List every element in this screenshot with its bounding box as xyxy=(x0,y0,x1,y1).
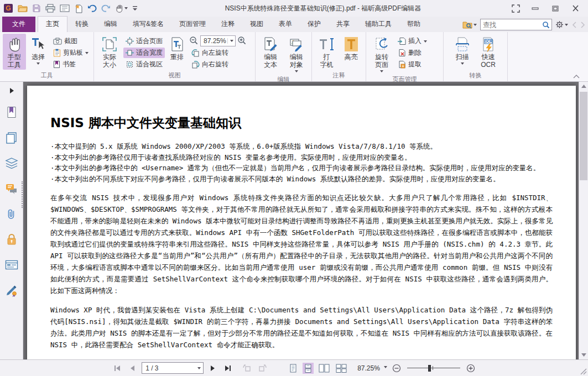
resize-grip[interactable] xyxy=(580,368,587,375)
scrollbar-thumb[interactable] xyxy=(580,92,587,180)
bookmarks-panel-icon[interactable] xyxy=(3,104,20,121)
hand-tool-dropdown-caret[interactable] xyxy=(124,7,128,11)
tab-file[interactable]: 文件 xyxy=(2,17,35,32)
extract-pages-button[interactable]: 提取 xyxy=(396,59,429,70)
signature-panel-icon[interactable] xyxy=(3,282,20,299)
page-number-caret[interactable] xyxy=(197,367,201,371)
redo-icon[interactable] xyxy=(101,4,111,13)
next-view-icon[interactable] xyxy=(257,363,268,374)
tab-organize[interactable]: 页面管理 xyxy=(171,17,214,32)
save-icon[interactable] xyxy=(32,4,41,13)
zoom-combo-caret[interactable] xyxy=(230,40,233,44)
search-icon[interactable] xyxy=(540,21,551,29)
tab-view[interactable]: 视图 xyxy=(242,17,271,32)
tab-accessibility[interactable]: 辅助工具 xyxy=(357,17,399,32)
customize-qat-icon[interactable] xyxy=(132,5,138,12)
scrollbar-track[interactable] xyxy=(579,91,588,351)
undo-icon[interactable] xyxy=(87,4,97,13)
panel-splitter-handle[interactable] xyxy=(22,181,23,208)
collapse-ribbon-icon[interactable] xyxy=(573,74,580,79)
app-logo-icon[interactable]: G xyxy=(3,3,13,13)
fit-visible-button[interactable]: 适合视区 xyxy=(123,59,165,70)
rotate-right-button[interactable]: 向右旋转 xyxy=(189,59,247,70)
doc-title: NSIS 脚本中文件夹变量基础知识 xyxy=(50,114,553,132)
tab-home[interactable]: 主页 xyxy=(38,16,67,32)
edit-object-button[interactable]: 编辑 对象 xyxy=(284,34,309,75)
vertical-scrollbar[interactable] xyxy=(579,82,588,359)
scroll-down-icon[interactable] xyxy=(579,351,588,359)
fit-page-button[interactable]: 适合页面 xyxy=(123,36,165,46)
zoom-slider-track[interactable] xyxy=(407,368,460,368)
insert-pages-caret xyxy=(424,40,427,44)
facing-view-icon[interactable] xyxy=(318,363,331,374)
tab-comment[interactable]: 注释 xyxy=(214,17,242,32)
fields-panel-icon[interactable] xyxy=(3,257,20,273)
search-folder-icon[interactable] xyxy=(462,20,477,29)
tab-fill-sign[interactable]: 填写&签名 xyxy=(125,17,171,32)
status-zoom-caret[interactable] xyxy=(384,366,387,370)
fit-width-button[interactable]: 适合宽度 xyxy=(123,48,165,58)
select-button[interactable]: 选择 xyxy=(27,34,50,67)
search-input[interactable] xyxy=(481,21,540,29)
open-file-icon[interactable] xyxy=(18,4,28,13)
tab-form[interactable]: 表单 xyxy=(271,17,300,32)
rotate-left-button[interactable]: 向左旋转 xyxy=(189,48,247,58)
status-zoom-in-icon[interactable] xyxy=(465,363,476,374)
close-icon[interactable] xyxy=(568,3,582,14)
settings-caret[interactable] xyxy=(565,24,568,28)
email-icon[interactable] xyxy=(60,4,70,12)
layers-panel-icon[interactable] xyxy=(3,155,20,171)
scan-button[interactable]: 扫描 xyxy=(450,34,475,67)
previous-page-icon[interactable] xyxy=(127,363,138,374)
first-page-icon[interactable] xyxy=(112,363,123,374)
create-pdf-icon[interactable] xyxy=(74,4,83,13)
fullscreen-icon[interactable] xyxy=(508,3,523,14)
quick-ocr-button[interactable]: OCR 快速 OCR xyxy=(476,34,501,70)
scroll-up-icon[interactable] xyxy=(579,82,588,91)
panel-expand-icon[interactable] xyxy=(9,87,14,94)
edit-text-button[interactable]: 编辑 文本 xyxy=(258,34,283,70)
attachments-panel-icon[interactable] xyxy=(3,206,20,222)
zoom-out-icon[interactable] xyxy=(189,36,199,45)
continuous-facing-view-icon[interactable] xyxy=(335,363,348,374)
delete-pages-button[interactable]: 删除 xyxy=(396,48,429,58)
zoom-in-icon[interactable] xyxy=(237,36,247,45)
insert-pages-button[interactable]: 插入 xyxy=(396,36,429,46)
rotate-pages-button[interactable]: 旋转 页面 xyxy=(369,34,394,75)
tab-help[interactable]: 帮助 xyxy=(399,17,428,32)
tab-edit[interactable]: 编辑 xyxy=(96,17,125,32)
page-number-combobox[interactable]: 1 / 3 xyxy=(142,362,204,374)
nav-back-icon[interactable] xyxy=(571,21,577,29)
nav-forward-icon[interactable] xyxy=(580,21,586,29)
continuous-view-icon[interactable] xyxy=(303,363,314,374)
search-folder-caret[interactable] xyxy=(473,24,477,28)
pages-panel-icon[interactable] xyxy=(3,129,20,146)
maximize-restore-icon[interactable] xyxy=(548,3,563,14)
reflow-button[interactable]: 重排 xyxy=(166,34,188,62)
zoom-slider[interactable] xyxy=(407,363,460,374)
clipboard-button[interactable]: 剪贴板 xyxy=(51,48,91,58)
typewriter-button[interactable]: 打 字机 xyxy=(315,34,339,70)
doc-paragraph-1: 在多年交流 NSIS 技术中，发现很多用户对 Windows 系统特殊文件夹路径… xyxy=(50,192,553,296)
status-zoom-out-icon[interactable] xyxy=(391,363,402,374)
tab-convert[interactable]: 转换 xyxy=(67,17,96,32)
bookmark-button[interactable]: 书签 xyxy=(51,59,91,70)
next-page-icon[interactable] xyxy=(207,363,218,374)
hand-tool-button[interactable]: 手型 工具 xyxy=(3,34,26,70)
actual-size-button[interactable]: 实际 大小 xyxy=(97,34,122,70)
security-panel-icon[interactable] xyxy=(3,231,20,248)
minimize-icon[interactable] xyxy=(528,3,543,14)
tab-share[interactable]: 共享 xyxy=(329,17,357,32)
print-icon[interactable] xyxy=(45,4,55,13)
snapshot-button[interactable]: 截图 xyxy=(51,36,91,46)
previous-view-icon[interactable] xyxy=(242,363,253,374)
last-page-icon[interactable] xyxy=(222,363,233,374)
comments-panel-icon[interactable] xyxy=(3,180,20,197)
tab-protect[interactable]: 保护 xyxy=(300,17,329,32)
settings-gear-icon[interactable] xyxy=(555,20,568,29)
zoom-level-combobox[interactable]: 87.25% xyxy=(200,35,236,46)
single-page-view-icon[interactable] xyxy=(288,363,299,374)
zoom-slider-handle[interactable] xyxy=(428,365,431,372)
highlight-button[interactable]: 高亮 xyxy=(340,34,363,62)
hand-tool-quick-icon[interactable] xyxy=(115,4,128,13)
